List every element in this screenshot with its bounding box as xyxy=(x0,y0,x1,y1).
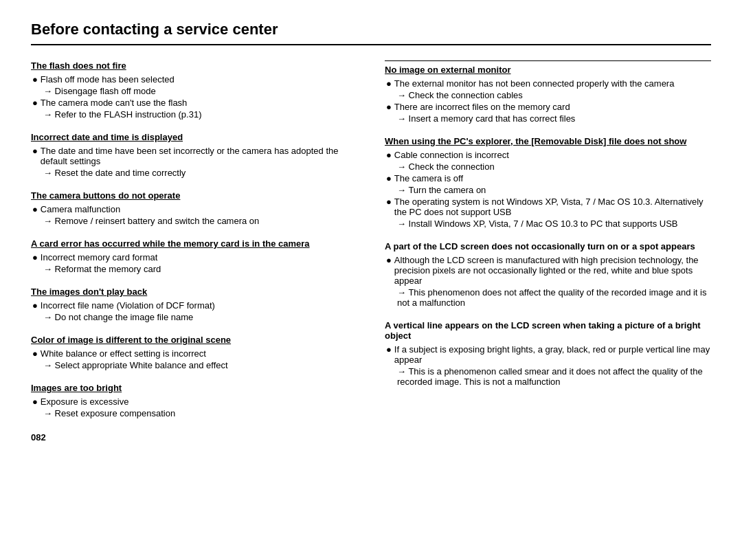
section-flash-title: The flash does not fire xyxy=(31,60,357,71)
item-text: There are incorrect files on the memory … xyxy=(394,102,570,112)
list-item: ● White balance or effect setting is inc… xyxy=(31,348,357,359)
section-color-title: Color of image is different to the origi… xyxy=(31,335,357,345)
item-text: White balance or effect setting is incor… xyxy=(41,348,206,359)
list-item: ● If a subject is exposing bright lights… xyxy=(385,344,711,365)
section-vertical-line-title: A vertical line appears on the LCD scree… xyxy=(385,320,711,341)
item-text: The camera is off xyxy=(394,173,463,183)
item-text: → Turn the camera on xyxy=(397,185,486,195)
list-item: ● The operating system is not Windows XP… xyxy=(385,197,711,217)
list-item: ● Incorrect file name (Violation of DCF … xyxy=(31,300,357,311)
item-text: Incorrect memory card format xyxy=(41,252,158,262)
divider xyxy=(385,60,711,61)
list-item: → Install Windows XP, Vista, 7 / Mac OS … xyxy=(385,219,711,229)
list-item: ● Although the LCD screen is manufacture… xyxy=(385,255,711,286)
section-lcd-spot-title: A part of the LCD screen does not occasi… xyxy=(385,241,711,251)
section-removable-disk: When using the PC's explorer, the [Remov… xyxy=(385,136,711,229)
item-text: The operating system is not Windows XP, … xyxy=(394,197,711,217)
section-color: Color of image is different to the origi… xyxy=(31,335,357,370)
list-item: → Reset exposure compensation xyxy=(31,408,357,418)
item-text: Camera malfunction xyxy=(41,204,120,214)
list-item: → Do not change the image file name xyxy=(31,312,357,322)
item-text: Incorrect file name (Violation of DCF fo… xyxy=(41,300,215,311)
section-card-error: A card error has occurred while the memo… xyxy=(31,238,357,274)
bullet-icon: ● xyxy=(32,146,38,156)
section-vertical-line: A vertical line appears on the LCD scree… xyxy=(385,320,711,387)
bullet-icon: ● xyxy=(32,348,38,359)
list-item: ● Flash off mode has been selected xyxy=(31,74,357,85)
item-text: → This is a phenomenon called smear and … xyxy=(397,366,703,387)
section-bright: Images are too bright ● Exposure is exce… xyxy=(31,383,357,418)
list-item: ● The external monitor has not been conn… xyxy=(385,78,711,89)
item-text: The date and time have been set incorrec… xyxy=(41,146,357,166)
list-item: → Reformat the memory card xyxy=(31,264,357,274)
list-item: → Check the connection xyxy=(385,161,711,172)
list-item: ● The camera mode can't use the flash xyxy=(31,98,357,108)
list-item: ● There are incorrect files on the memor… xyxy=(385,102,711,112)
item-text: → Select appropriate White balance and e… xyxy=(43,360,228,370)
list-item: → Refer to the FLASH instruction (p.31) xyxy=(31,109,357,120)
list-item: → This is a phenomenon called smear and … xyxy=(385,366,711,387)
bullet-icon: ● xyxy=(386,344,392,355)
list-item: → Remove / reinsert battery and switch t… xyxy=(31,216,357,226)
list-item: ● Incorrect memory card format xyxy=(31,252,357,262)
list-item: → Select appropriate White balance and e… xyxy=(31,360,357,370)
item-text: The camera mode can't use the flash xyxy=(41,98,187,108)
item-text: → Reset exposure compensation xyxy=(43,408,175,418)
list-item: ● Camera malfunction xyxy=(31,204,357,214)
bullet-icon: ● xyxy=(32,204,38,214)
item-text: The external monitor has not been connec… xyxy=(394,78,675,89)
item-text: → Install Windows XP, Vista, 7 / Mac OS … xyxy=(397,219,677,229)
section-removable-disk-title: When using the PC's explorer, the [Remov… xyxy=(385,136,711,146)
list-item: → Reset the date and time correctly xyxy=(31,168,357,178)
list-item: → Check the connection cables xyxy=(385,90,711,100)
left-column: The flash does not fire ● Flash off mode… xyxy=(31,60,357,443)
item-text: → Check the connection cables xyxy=(397,90,523,100)
list-item: → Insert a memory card that has correct … xyxy=(385,113,711,124)
bullet-icon: ● xyxy=(386,173,392,183)
bullet-icon: ● xyxy=(32,98,38,108)
right-column: No image on external monitor ● The exter… xyxy=(385,60,711,443)
item-text: → This phenomenon does not affect the qu… xyxy=(397,287,706,308)
section-date-time-title: Incorrect date and time is displayed xyxy=(31,132,357,142)
list-item: → This phenomenon does not affect the qu… xyxy=(385,287,711,308)
item-text: Flash off mode has been selected xyxy=(41,74,175,85)
section-lcd-spot: A part of the LCD screen does not occasi… xyxy=(385,241,711,308)
item-text: → Refer to the FLASH instruction (p.31) xyxy=(43,109,201,120)
list-item: → Turn the camera on xyxy=(385,185,711,195)
bullet-icon: ● xyxy=(386,255,392,265)
list-item: ● The camera is off xyxy=(385,173,711,183)
item-text: → Do not change the image file name xyxy=(43,312,193,322)
section-playback: The images don't play back ● Incorrect f… xyxy=(31,287,357,322)
section-external-monitor: No image on external monitor ● The exter… xyxy=(385,60,711,124)
item-text: → Check the connection xyxy=(397,161,495,172)
bullet-icon: ● xyxy=(386,78,392,89)
list-item: ● The date and time have been set incorr… xyxy=(31,146,357,166)
section-date-time: Incorrect date and time is displayed ● T… xyxy=(31,132,357,178)
bullet-icon: ● xyxy=(386,102,392,112)
item-text: Cable connection is incorrect xyxy=(394,150,509,160)
section-buttons-title: The camera buttons do not operate xyxy=(31,190,357,201)
section-external-monitor-title: No image on external monitor xyxy=(385,65,711,75)
item-text: If a subject is exposing bright lights, … xyxy=(394,344,711,365)
item-text: Although the LCD screen is manufactured … xyxy=(394,255,711,286)
item-text: → Disengage flash off mode xyxy=(43,86,156,96)
bullet-icon: ● xyxy=(386,197,392,207)
item-text: Exposure is excessive xyxy=(41,396,129,407)
bullet-icon: ● xyxy=(32,252,38,262)
section-playback-title: The images don't play back xyxy=(31,287,357,297)
bullet-icon: ● xyxy=(32,396,38,407)
item-text: → Remove / reinsert battery and switch t… xyxy=(43,216,259,226)
section-flash: The flash does not fire ● Flash off mode… xyxy=(31,60,357,120)
item-text: → Insert a memory card that has correct … xyxy=(397,113,575,124)
section-card-error-title: A card error has occurred while the memo… xyxy=(31,238,357,249)
item-text: → Reformat the memory card xyxy=(43,264,161,274)
content-columns: The flash does not fire ● Flash off mode… xyxy=(31,60,711,443)
page-title: Before contacting a service center xyxy=(31,21,711,45)
page-number: 082 xyxy=(31,432,357,443)
bullet-icon: ● xyxy=(386,150,392,160)
bullet-icon: ● xyxy=(32,74,38,85)
section-bright-title: Images are too bright xyxy=(31,383,357,393)
list-item: → Disengage flash off mode xyxy=(31,86,357,96)
bullet-icon: ● xyxy=(32,300,38,311)
list-item: ● Cable connection is incorrect xyxy=(385,150,711,160)
